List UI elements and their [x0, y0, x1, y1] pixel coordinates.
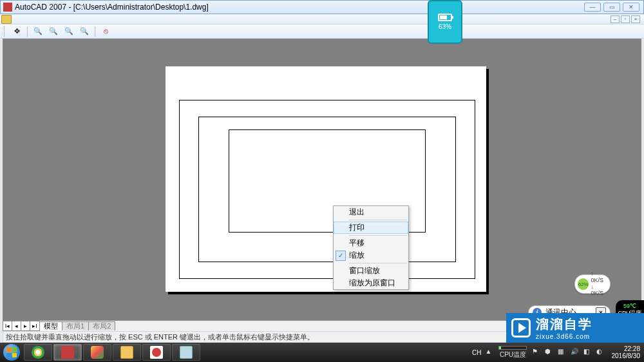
tab-layout1[interactable]: 布局1 [62, 321, 89, 330]
app-icon [3, 3, 12, 12]
zoom-realtime-icon[interactable]: 🔍 [33, 26, 43, 37]
net-speeds: ↑ 0K/S ↓ 0K/S [591, 271, 607, 297]
mdi-controls: – ▫ × [611, 15, 640, 23]
tab-model[interactable]: 模型 [39, 321, 62, 330]
status-text: 按住拾取键并垂直拖动以进行缩放，按 ESC 或 ENTER 键退出，或者单击鼠标… [6, 332, 314, 342]
menu-label: 缩放 [349, 250, 365, 261]
toolbar: ✥ 🔍 🔍 🔍 🔍 ⦸ [0, 24, 644, 39]
zoom-dropdown-icon[interactable]: 🔍 [79, 26, 90, 37]
menu-item-pan[interactable]: 平移 [334, 237, 408, 249]
task-app-red[interactable] [142, 344, 171, 361]
window-controls: — ▭ ✕ [584, 3, 639, 12]
context-menu: 退出 打印 平移 ✓ 缩放 窗口缩放 缩放为原窗口 [333, 205, 409, 290]
watermark: 溜溜自学 zixue.3d66.com [506, 313, 644, 343]
close-button[interactable]: ✕ [623, 3, 639, 12]
menu-bar: – ▫ × [0, 14, 644, 24]
tray-icon[interactable]: ⚑ [532, 348, 541, 357]
taskbar: CH ▲ CPU温度 ⚑ ⬢ ▦ 🔊 ◧ ◐ 22:28 2016/8/30 [0, 343, 644, 362]
tray-icon[interactable]: ⬢ [545, 348, 554, 357]
minimize-button[interactable]: — [584, 3, 601, 12]
cpu-gauge[interactable]: CPU温度 [498, 346, 528, 359]
tray-icon[interactable]: ◐ [596, 348, 605, 357]
network-widget[interactable]: 62% ↑ 0K/S ↓ 0K/S [574, 274, 611, 294]
net-percent: 62% [578, 278, 589, 290]
check-icon: ✓ [336, 251, 346, 261]
zoom-previous-icon[interactable]: 🔍 [64, 26, 74, 37]
toolbar-separator [27, 26, 28, 37]
tab-label: 布局2 [93, 321, 111, 331]
task-explorer[interactable] [113, 344, 141, 361]
tab-layout2[interactable]: 布局2 [88, 321, 115, 330]
menu-item-zoom[interactable]: ✓ 缩放 [334, 249, 408, 262]
battery-percent: 63% [439, 23, 451, 30]
clock-date: 2016/8/30 [612, 352, 641, 359]
pan-icon[interactable]: ✥ [12, 26, 22, 37]
menu-separator [349, 220, 407, 220]
phone-overlay: 63% [428, 0, 462, 44]
task-paint[interactable] [83, 344, 111, 361]
window-title: AutoCAD 2007 - [C:\Users\Administrator\D… [15, 3, 584, 12]
menu-item-exit[interactable]: 退出 [334, 206, 408, 218]
window-titlebar: AutoCAD 2007 - [C:\Users\Administrator\D… [0, 0, 644, 14]
menu-label: 平移 [349, 238, 365, 249]
maximize-button[interactable]: ▭ [603, 3, 620, 12]
tray-network-icon[interactable]: ▦ [558, 348, 567, 357]
mdi-close-button[interactable]: × [631, 15, 640, 23]
tab-last-icon[interactable]: ▸I [30, 321, 39, 330]
system-tray: CH ▲ CPU温度 ⚑ ⬢ ▦ 🔊 ◧ ◐ 22:28 2016/8/30 [472, 345, 644, 359]
zoom-window-icon[interactable]: 🔍 [48, 26, 59, 37]
tab-prev-icon[interactable]: ◂ [12, 321, 21, 330]
ime-indicator[interactable]: CH [472, 349, 481, 356]
toolbar-grip[interactable] [4, 26, 6, 37]
clock-time: 22:28 [612, 345, 641, 352]
tab-nav: I◂ ◂ ▸ ▸I [3, 321, 40, 331]
cpu-temp-value: 59℃ [623, 303, 636, 309]
battery-icon [438, 14, 452, 21]
task-chrome[interactable] [24, 344, 52, 361]
tray-volume-icon[interactable]: 🔊 [571, 348, 580, 357]
toolbar-separator [95, 26, 95, 37]
clock[interactable]: 22:28 2016/8/30 [612, 345, 641, 359]
watermark-url: zixue.3d66.com [536, 333, 592, 340]
menu-label: 打印 [349, 222, 365, 233]
mdi-restore-button[interactable]: ▫ [621, 15, 630, 23]
menu-separator [349, 263, 407, 263]
net-up: 0K/S [591, 277, 603, 283]
menu-item-print[interactable]: 打印 [334, 222, 408, 234]
start-button[interactable] [0, 343, 23, 362]
cancel-icon[interactable]: ⦸ [100, 26, 111, 37]
tab-first-icon[interactable]: I◂ [3, 321, 12, 330]
menu-label: 退出 [349, 207, 365, 218]
task-autocad[interactable] [53, 344, 82, 361]
tab-label: 布局1 [66, 321, 84, 331]
drawing-canvas[interactable]: 退出 打印 平移 ✓ 缩放 窗口缩放 缩放为原窗口 [3, 39, 641, 321]
menu-item-zoom-window[interactable]: 窗口缩放 [334, 265, 408, 277]
menu-label: 缩放为原窗口 [349, 278, 395, 289]
menu-label: 窗口缩放 [349, 265, 380, 276]
tab-next-icon[interactable]: ▸ [21, 321, 30, 330]
play-icon [511, 318, 531, 338]
watermark-title: 溜溜自学 [536, 316, 592, 333]
tray-up-icon[interactable]: ▲ [486, 348, 495, 357]
menu-separator [349, 235, 407, 236]
net-down: 0K/S [591, 290, 603, 296]
tab-label: 模型 [44, 321, 58, 331]
mdi-minimize-button[interactable]: – [611, 15, 620, 23]
task-app-card[interactable] [172, 344, 200, 361]
file-icon[interactable] [1, 15, 12, 24]
menu-item-zoom-original[interactable]: 缩放为原窗口 [334, 277, 408, 289]
gauge-label: CPU温度 [500, 351, 526, 358]
tray-icon[interactable]: ◧ [583, 348, 592, 357]
